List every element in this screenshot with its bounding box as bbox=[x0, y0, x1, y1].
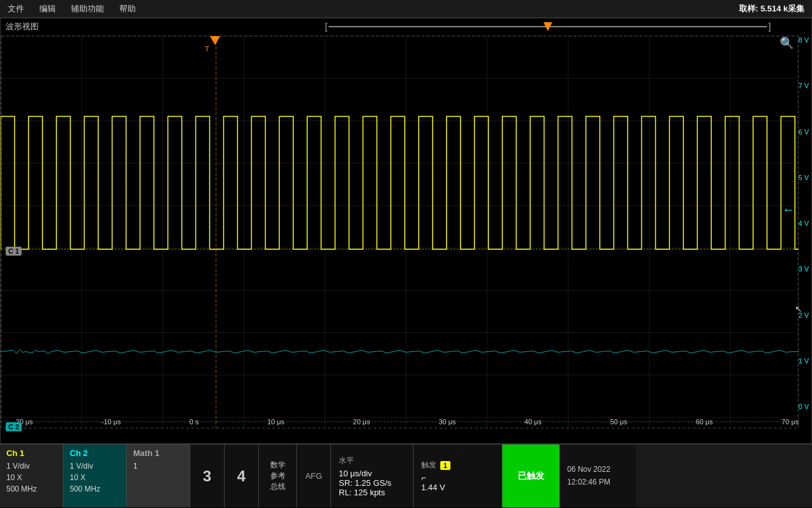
ch2-probe: 10 X bbox=[70, 472, 120, 483]
ch1-freq: 500 MHz bbox=[6, 483, 56, 495]
svg-rect-21 bbox=[1, 36, 798, 428]
bottom-status-bar: Ch 1 1 V/div 10 X 500 MHz Ch 2 1 V/div 1… bbox=[0, 444, 812, 507]
horiz-title: 水平 bbox=[339, 455, 405, 466]
x-label-10: 10 μs bbox=[267, 418, 284, 426]
ch2-vdiv: 1 V/div bbox=[70, 460, 120, 472]
ch2-freq: 500 MHz bbox=[70, 483, 120, 495]
horizontal-info: 水平 10 μs/div SR: 1.25 GS/s RL: 125 kpts bbox=[331, 445, 414, 507]
right-arrow-indicator: ← bbox=[782, 202, 795, 217]
menu-items-left: 文件 编辑 辅助功能 帮助 bbox=[8, 3, 136, 15]
math-title: Math 1 bbox=[133, 448, 183, 458]
x-label-70: 70 μs bbox=[782, 418, 799, 426]
zoom-icon[interactable]: 🔍 bbox=[780, 36, 794, 50]
x-label-60: 60 μs bbox=[696, 418, 713, 426]
datetime-display: 06 Nov 2022 12:02:46 PM bbox=[560, 445, 636, 507]
y-label-6v: 6 V bbox=[798, 128, 809, 136]
horiz-sr: SR: 1.25 GS/s bbox=[339, 478, 405, 488]
ch1-title: Ch 1 bbox=[6, 448, 56, 458]
x-label-m10: -10 μs bbox=[102, 418, 121, 426]
y-label-7v: 7 V bbox=[798, 82, 809, 89]
triggered-button[interactable]: 已触发 bbox=[502, 445, 560, 507]
date-display: 06 Nov 2022 bbox=[567, 464, 628, 476]
trigger-arrow bbox=[210, 36, 220, 45]
x-label-50: 50 μs bbox=[610, 418, 627, 426]
trigger-title-row: 触发 1 bbox=[421, 460, 494, 471]
x-label-40: 40 μs bbox=[525, 418, 542, 426]
trigger-symbol: ⌐ bbox=[421, 473, 494, 483]
trigger-marker: T bbox=[210, 36, 220, 45]
waveform-title: 波形视图 bbox=[6, 21, 39, 32]
y-label-5v: 5 V bbox=[798, 174, 809, 181]
x-label-30: 30 μs bbox=[438, 418, 455, 426]
horiz-time-div: 10 μs/div bbox=[339, 469, 405, 478]
menu-bar: 文件 编辑 辅助功能 帮助 取样: 5.514 k采集 bbox=[0, 0, 812, 18]
x-label-20: 20 μs bbox=[353, 418, 370, 426]
y-label-3v: 3 V bbox=[798, 265, 809, 273]
y-label-1v: 1 V bbox=[798, 357, 809, 365]
time-display: 12:02:46 PM bbox=[567, 476, 628, 488]
menu-edit[interactable]: 编辑 bbox=[39, 3, 56, 15]
trigger-badge: 1 bbox=[440, 461, 450, 470]
menu-tools[interactable]: 辅助功能 bbox=[71, 3, 104, 15]
trigger-value: 1.44 V bbox=[421, 483, 494, 492]
waveform-view: 波形视图 [ ] bbox=[0, 18, 812, 444]
x-label-0: 0 s bbox=[190, 418, 199, 426]
ch2-title: Ch 2 bbox=[70, 448, 120, 458]
trigger-info: 触发 1 ⌐ 1.44 V bbox=[414, 445, 502, 507]
ch1-info-box[interactable]: Ch 1 1 V/div 10 X 500 MHz bbox=[0, 445, 63, 507]
horiz-rl: RL: 125 kpts bbox=[339, 488, 405, 497]
menu-file[interactable]: 文件 bbox=[8, 3, 24, 15]
ch2-info-box[interactable]: Ch 2 1 V/div 10 X 500 MHz bbox=[63, 445, 127, 507]
math-ref-bus-button[interactable]: 数学 参考 总线 bbox=[259, 445, 297, 507]
sample-status: 取样: 5.514 k采集 bbox=[739, 3, 804, 15]
x-axis-labels: -20 μs -10 μs 0 s 10 μs 20 μs 30 μs 40 μ… bbox=[13, 418, 799, 426]
channel-3-button[interactable]: 3 bbox=[190, 445, 225, 507]
y-label-2v: 2 V bbox=[798, 311, 809, 319]
trigger-label: T bbox=[205, 45, 209, 53]
y-label-0v: 0 V bbox=[798, 403, 809, 410]
c2-channel-label[interactable]: C 2 bbox=[6, 422, 22, 431]
waveform-svg bbox=[1, 18, 811, 443]
menu-help[interactable]: 帮助 bbox=[119, 3, 136, 15]
channel-4-button[interactable]: 4 bbox=[225, 445, 259, 507]
math-info-box[interactable]: Math 1 1 bbox=[127, 445, 190, 507]
trigger-title: 触发 bbox=[421, 460, 436, 471]
afg-button[interactable]: AFG bbox=[297, 445, 331, 507]
math-value: 1 bbox=[133, 460, 183, 472]
y-label-8v: 8 V bbox=[798, 36, 809, 44]
ch1-vdiv: 1 V/div bbox=[6, 460, 56, 472]
y-label-4v: 4 V bbox=[798, 219, 809, 227]
y-axis-labels: 8 V 7 V 6 V 5 V 4 V 3 V 2 V 1 V 0 V bbox=[798, 36, 809, 410]
ch1-probe: 10 X bbox=[6, 472, 56, 483]
c1-channel-label[interactable]: C 1 bbox=[6, 247, 22, 256]
